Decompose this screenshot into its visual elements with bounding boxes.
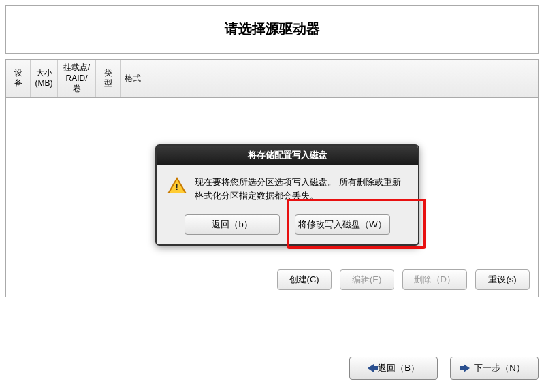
delete-button: 删除（D） [402, 270, 467, 290]
nav-next-label: 下一步（N） [474, 362, 524, 374]
create-button[interactable]: 创建(C) [277, 270, 332, 290]
warning-icon: ! [167, 177, 187, 195]
col-format[interactable]: 格式 [121, 60, 145, 97]
bottom-nav: 返回（B） 下一步（N） [349, 357, 539, 380]
col-type[interactable]: 类型 [96, 60, 121, 97]
page-title: 请选择源驱动器 [6, 20, 538, 38]
table-header: 设备 大小(MB) 挂载点/RAID/卷 类型 格式 [6, 60, 538, 98]
reset-button[interactable]: 重设(s) [475, 270, 530, 290]
col-mount[interactable]: 挂载点/RAID/卷 [58, 60, 96, 97]
col-size[interactable]: 大小(MB) [31, 60, 58, 97]
dialog-title: 将存储配置写入磁盘 [157, 146, 418, 165]
dialog-write-button[interactable]: 将修改写入磁盘（W） [295, 214, 390, 235]
nav-back-button[interactable]: 返回（B） [349, 357, 438, 380]
dialog-back-button[interactable]: 返回（b） [185, 214, 280, 235]
nav-back-label: 返回（B） [378, 362, 419, 374]
nav-next-button[interactable]: 下一步（N） [450, 357, 539, 380]
title-bar: 请选择源驱动器 [5, 5, 539, 54]
write-disk-dialog: 将存储配置写入磁盘 ! 现在要将您所选分区选项写入磁盘。 所有删除或重新格式化分… [155, 144, 419, 246]
arrow-left-icon [368, 364, 374, 372]
edit-button: 编辑(E) [340, 270, 394, 290]
action-row: 创建(C) 编辑(E) 删除（D） 重设(s) [277, 270, 530, 290]
dialog-message: 现在要将您所选分区选项写入磁盘。 所有删除或重新格式化分区指定数据都会丢失。 [195, 176, 407, 202]
col-device[interactable]: 设备 [6, 60, 31, 97]
arrow-right-icon [464, 364, 470, 372]
